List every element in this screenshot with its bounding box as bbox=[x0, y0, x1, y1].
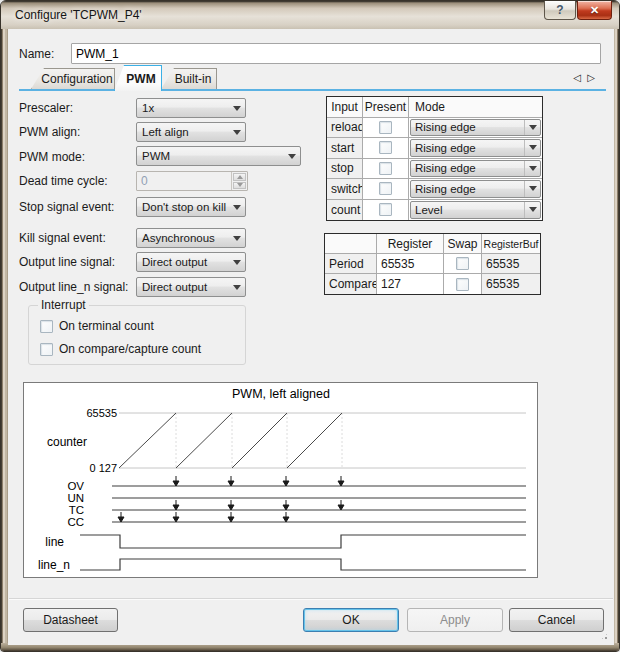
spinner-up-icon bbox=[233, 173, 246, 181]
configure-tcpwm-dialog: Configure 'TCPWM_P4' ? ✕ Name: Configura… bbox=[0, 0, 620, 652]
swap-cell bbox=[444, 274, 482, 294]
tab-pwm-label: PWM bbox=[126, 72, 155, 86]
spinner-buttons bbox=[231, 172, 247, 190]
input-row-name: start bbox=[327, 138, 363, 159]
apply-button: Apply bbox=[407, 608, 503, 632]
prescaler-label: Prescaler: bbox=[19, 101, 73, 115]
pwm-waveform-diagram: PWM, left aligned 65535 0 127 counter OV… bbox=[24, 383, 537, 577]
period-row-label: Period bbox=[325, 254, 377, 274]
ok-button[interactable]: OK bbox=[303, 608, 399, 632]
output-line-select[interactable]: Direct output bbox=[136, 252, 246, 272]
stop-mode-value: Rising edge bbox=[411, 162, 524, 174]
close-icon: ✕ bbox=[590, 4, 599, 17]
counter-label: counter bbox=[47, 435, 87, 449]
dead-time-value: 0 bbox=[137, 172, 231, 190]
chevron-down-icon bbox=[229, 236, 245, 241]
chevron-down-icon bbox=[524, 140, 540, 156]
title-bar[interactable]: Configure 'TCPWM_P4' bbox=[1, 1, 620, 29]
register-table-header-register: Register bbox=[377, 234, 444, 254]
ov-event-arrows bbox=[173, 476, 344, 486]
count-mode-value: Level bbox=[411, 204, 524, 216]
tab-configuration[interactable]: Configuration bbox=[31, 68, 115, 89]
input-table-header-present: Present bbox=[363, 97, 409, 118]
count-mode-select[interactable]: Level bbox=[410, 201, 541, 220]
compare-capture-checkbox[interactable] bbox=[40, 343, 53, 356]
compare-row-label: Compare bbox=[325, 274, 377, 294]
kill-event-select[interactable]: Asynchronous bbox=[136, 228, 246, 248]
help-button[interactable]: ? bbox=[544, 1, 576, 20]
pwm-mode-select[interactable]: PWM bbox=[136, 146, 301, 166]
tab-scroll-left-icon[interactable]: ◁ bbox=[571, 70, 583, 84]
help-icon: ? bbox=[556, 3, 563, 17]
start-mode-value: Rising edge bbox=[411, 142, 524, 154]
output-line-label: Output line signal: bbox=[19, 255, 115, 269]
input-table: Input Present Mode reload Rising edge st… bbox=[326, 96, 543, 221]
un-label: UN bbox=[67, 492, 84, 504]
counter-min-label: 0 127 bbox=[89, 462, 117, 474]
tab-built-in-label: Built-in bbox=[175, 72, 212, 86]
stop-event-value: Don't stop on kill bbox=[137, 201, 229, 213]
spinner-down-icon bbox=[233, 182, 246, 190]
mode-cell: Rising edge bbox=[409, 179, 542, 200]
switch-present-checkbox[interactable] bbox=[379, 182, 392, 195]
stop-mode-select[interactable]: Rising edge bbox=[410, 160, 541, 178]
line-n-label: line_n bbox=[38, 558, 70, 572]
compare-capture-label: On compare/capture count bbox=[59, 342, 201, 356]
present-cell bbox=[363, 159, 409, 180]
period-register-cell[interactable]: 65535 bbox=[377, 254, 444, 274]
counter-max-label: 65535 bbox=[86, 407, 117, 419]
cc-event-arrows bbox=[118, 512, 289, 522]
input-table-header-input: Input bbox=[327, 97, 363, 118]
compare-swap-checkbox[interactable] bbox=[456, 278, 469, 291]
reload-mode-select[interactable]: Rising edge bbox=[410, 119, 541, 137]
stop-present-checkbox[interactable] bbox=[379, 162, 392, 175]
tc-event-arrows bbox=[173, 500, 344, 510]
start-present-checkbox[interactable] bbox=[379, 141, 392, 154]
mode-cell: Rising edge bbox=[409, 159, 542, 180]
register-table-header-registerbuf: RegisterBuf bbox=[482, 234, 540, 254]
dead-time-label: Dead time cycle: bbox=[19, 174, 108, 188]
prescaler-select[interactable]: 1x bbox=[136, 98, 246, 118]
compare-registerbuf-cell: 65535 bbox=[482, 274, 540, 294]
terminal-count-label: On terminal count bbox=[59, 319, 154, 333]
close-button[interactable]: ✕ bbox=[577, 1, 612, 20]
tab-pane-border bbox=[19, 89, 606, 91]
present-cell bbox=[363, 200, 409, 221]
output-line-n-select[interactable]: Direct output bbox=[136, 277, 246, 297]
output-line-value: Direct output bbox=[137, 256, 229, 268]
pwm-mode-value: PWM bbox=[137, 150, 284, 162]
register-table-header-blank bbox=[325, 234, 377, 254]
swap-cell bbox=[444, 254, 482, 274]
ov-label: OV bbox=[67, 480, 84, 492]
switch-mode-select[interactable]: Rising edge bbox=[410, 180, 541, 198]
chevron-down-icon bbox=[524, 161, 540, 177]
apply-button-label: Apply bbox=[440, 613, 470, 627]
terminal-count-checkbox[interactable] bbox=[40, 320, 53, 333]
datasheet-button-label: Datasheet bbox=[43, 613, 98, 627]
switch-mode-value: Rising edge bbox=[411, 183, 524, 195]
cancel-button[interactable]: Cancel bbox=[509, 608, 604, 632]
chevron-down-icon bbox=[229, 285, 245, 290]
compare-register-cell[interactable]: 127 bbox=[377, 274, 444, 294]
input-row-name: reload bbox=[327, 118, 363, 139]
ok-button-label: OK bbox=[342, 613, 359, 627]
tc-label: TC bbox=[69, 504, 84, 516]
kill-event-label: Kill signal event: bbox=[19, 231, 106, 245]
start-mode-select[interactable]: Rising edge bbox=[410, 139, 541, 157]
pwm-waveform-panel: PWM, left aligned 65535 0 127 counter OV… bbox=[23, 382, 538, 578]
period-swap-checkbox[interactable] bbox=[456, 257, 469, 270]
reload-present-checkbox[interactable] bbox=[379, 121, 392, 134]
stop-event-select[interactable]: Don't stop on kill bbox=[136, 197, 246, 217]
tab-scroll-right-icon[interactable]: ▷ bbox=[585, 70, 597, 84]
present-cell bbox=[363, 118, 409, 139]
pwm-align-select[interactable]: Left align bbox=[136, 122, 246, 142]
chevron-down-icon bbox=[229, 130, 245, 135]
register-table-header-swap: Swap bbox=[444, 234, 482, 254]
mode-cell: Rising edge bbox=[409, 118, 542, 139]
chevron-down-icon bbox=[524, 202, 540, 219]
diagram-title: PWM, left aligned bbox=[232, 387, 330, 401]
prescaler-value: 1x bbox=[137, 102, 229, 114]
count-present-checkbox[interactable] bbox=[379, 203, 392, 216]
name-input[interactable] bbox=[71, 43, 601, 64]
datasheet-button[interactable]: Datasheet bbox=[23, 608, 118, 632]
